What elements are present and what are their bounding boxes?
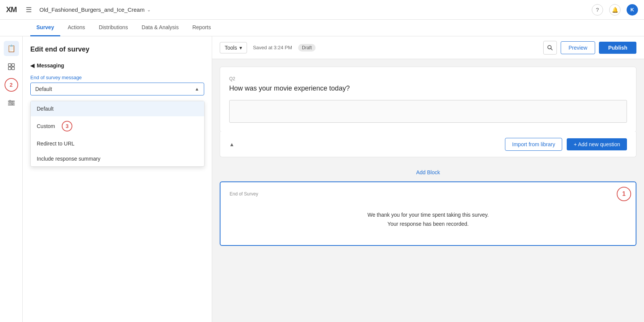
svg-rect-5: [8, 103, 15, 103]
preview-button[interactable]: Preview: [561, 41, 596, 54]
right-content: Tools ▾ Saved at 3:24 PM Draft Preview P…: [212, 36, 644, 322]
tools-chevron: ▾: [239, 45, 242, 51]
hamburger-icon[interactable]: ☰: [26, 6, 32, 14]
svg-rect-4: [8, 101, 15, 102]
dropdown-chevron-up: ▲: [195, 86, 199, 92]
end-survey-line2: Your response has been recorded.: [230, 221, 627, 227]
end-survey-line1: We thank you for your time spent taking …: [230, 212, 627, 218]
question-text: How was your movie experience today?: [229, 84, 627, 92]
svg-rect-6: [8, 105, 15, 105]
svg-rect-1: [12, 64, 14, 66]
svg-rect-7: [9, 100, 11, 102]
badge-3-inline: 3: [62, 121, 72, 131]
toolbar-right: Preview Publish: [543, 41, 636, 55]
sidebar-icon-settings[interactable]: [4, 95, 19, 111]
svg-rect-8: [12, 102, 13, 104]
end-survey-body: We thank you for your time spent taking …: [230, 206, 627, 236]
xm-logo: XM: [6, 5, 17, 14]
tab-actions[interactable]: Actions: [62, 20, 91, 36]
add-block-row[interactable]: Add Block: [220, 163, 636, 181]
dropdown-menu: Default Custom 3 Redirect to URL Include…: [30, 101, 205, 167]
top-nav: XM ☰ Old_Fashioned_Burgers_and_Ice_Cream…: [0, 0, 644, 20]
end-survey-label: End of Survey: [230, 191, 627, 197]
sidebar-icon-layout[interactable]: [4, 59, 19, 74]
question-footer: ▲ Import from library + Add new question: [220, 132, 636, 157]
avatar[interactable]: K: [627, 4, 638, 16]
survey-title[interactable]: Old_Fashioned_Burgers_and_Ice_Cream ⌄: [39, 6, 151, 13]
survey-title-chevron: ⌄: [147, 7, 151, 13]
tab-reports[interactable]: Reports: [186, 20, 217, 36]
end-survey-card: End of Survey We thank you for your time…: [220, 181, 636, 246]
publish-button[interactable]: Publish: [599, 42, 636, 54]
tools-button[interactable]: Tools ▾: [220, 42, 247, 53]
saved-text: Saved at 3:24 PM: [253, 45, 292, 50]
help-icon[interactable]: ?: [592, 4, 603, 16]
tab-bar: Survey Actions Distributions Data & Anal…: [0, 20, 644, 36]
dropdown-selected: Default: [35, 86, 52, 92]
add-question-button[interactable]: + Add new question: [567, 138, 627, 150]
question-input-mock[interactable]: [229, 100, 627, 123]
panel-title: Edit end of survey: [30, 45, 204, 53]
svg-rect-3: [12, 67, 14, 70]
field-label: End of survey message: [30, 75, 204, 80]
dropdown-item-summary[interactable]: Include response summary: [31, 151, 204, 166]
main-layout: 📋 2 Edit end of survey ◀ Messaging End o…: [0, 36, 644, 322]
survey-area: Q2 How was your movie experience today? …: [212, 59, 644, 259]
tab-distributions[interactable]: Distributions: [93, 20, 134, 36]
question-label: Q2: [229, 76, 627, 81]
dropdown-trigger[interactable]: Default ▲: [30, 83, 204, 95]
badge-1-circle: 1: [617, 187, 631, 201]
section-arrow: ◀: [30, 63, 34, 69]
dropdown-item-redirect[interactable]: Redirect to URL: [31, 136, 204, 151]
svg-rect-2: [8, 67, 11, 70]
svg-line-10: [551, 48, 552, 50]
badge-2-circle: 2: [5, 78, 18, 92]
collapse-arrow[interactable]: ▲: [229, 141, 234, 147]
toolbar: Tools ▾ Saved at 3:24 PM Draft Preview P…: [212, 36, 644, 59]
draft-badge: Draft: [298, 44, 316, 52]
import-from-library-button[interactable]: Import from library: [505, 138, 563, 151]
question-card-q2: Q2 How was your movie experience today?: [220, 67, 636, 132]
left-panel: Edit end of survey ◀ Messaging End of su…: [23, 36, 212, 322]
tab-survey[interactable]: Survey: [30, 20, 60, 36]
tab-data-analysis[interactable]: Data & Analysis: [136, 20, 185, 36]
sidebar-icon-survey[interactable]: 📋: [4, 41, 19, 56]
svg-rect-0: [8, 64, 11, 66]
section-label: Messaging: [37, 63, 64, 69]
notification-icon[interactable]: 🔔: [609, 4, 621, 16]
dropdown-item-custom[interactable]: Custom 3: [31, 116, 204, 136]
section-messaging: ◀ Messaging: [30, 63, 204, 69]
icon-sidebar: 📋 2: [0, 36, 23, 322]
tools-label: Tools: [225, 45, 237, 51]
top-nav-right: ? 🔔 K: [592, 4, 638, 16]
sidebar-badge-2: 2: [4, 77, 19, 92]
dropdown-item-default[interactable]: Default: [31, 101, 204, 116]
search-button[interactable]: [543, 41, 557, 55]
